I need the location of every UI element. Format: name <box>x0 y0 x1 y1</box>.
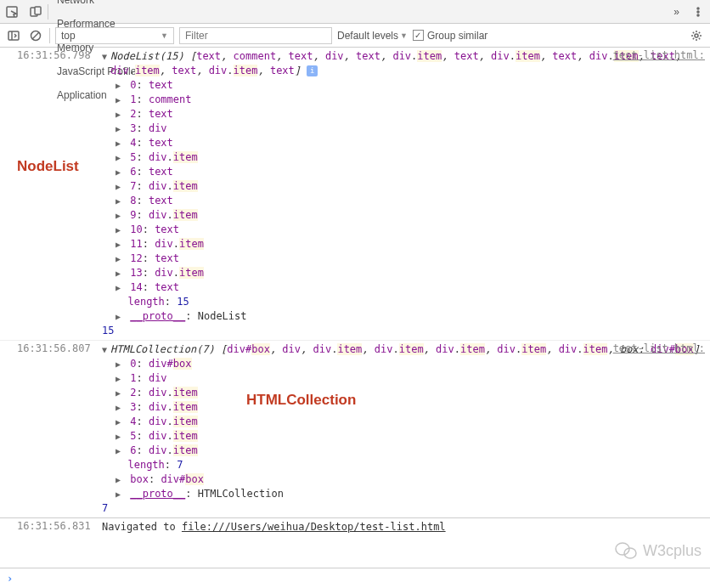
checkbox-icon: ✓ <box>413 30 424 41</box>
context-value: top <box>61 30 76 42</box>
svg-line-9 <box>32 32 39 39</box>
list-item[interactable]: ▶ 14: text <box>116 280 702 295</box>
settings-icon[interactable] <box>688 27 705 44</box>
levels-label: Default levels <box>337 30 398 42</box>
log-levels-dropdown[interactable]: Default levels ▼ <box>337 30 408 42</box>
list-item[interactable]: ▶ 10: text <box>116 223 702 237</box>
devtools-tabs: ElementsConsoleSourcesNetworkPerformance… <box>0 0 710 24</box>
chevron-down-icon: ▼ <box>161 31 168 40</box>
svg-rect-2 <box>35 7 41 14</box>
list-item[interactable]: ▶ 2: div.item <box>116 386 702 400</box>
nav-prefix: Navigated to <box>102 521 182 533</box>
expander-icon[interactable]: ▼ <box>102 49 110 64</box>
device-icon[interactable] <box>24 0 48 24</box>
prompt-chevron-icon: › <box>7 573 13 585</box>
box-property[interactable]: ▶ box: div#box <box>116 472 702 487</box>
sidebar-toggle-icon[interactable] <box>5 27 22 44</box>
chevron-down-icon: ▼ <box>400 31 408 40</box>
proto-property[interactable]: ▶ __proto__: HTMLCollection <box>116 487 702 501</box>
list-item[interactable]: ▶ 2: text <box>116 107 702 122</box>
list-item[interactable]: ▶ 3: div <box>116 122 702 136</box>
length-property[interactable]: length: 7 <box>116 458 702 472</box>
clear-console-icon[interactable] <box>27 27 44 44</box>
svg-rect-6 <box>8 31 19 40</box>
list-item[interactable]: ▶ 7: div.item <box>116 179 702 194</box>
console-output: 16:31:56.798 test-list.html: ▼ NodeList(… <box>0 48 710 568</box>
nav-url[interactable]: file:///Users/weihua/Desktop/test-list.h… <box>182 521 446 533</box>
context-selector[interactable]: top ▼ <box>55 27 174 44</box>
list-item[interactable]: ▶ 5: div.item <box>116 429 702 444</box>
source-link[interactable]: test-list.html: <box>613 342 705 354</box>
expander-icon[interactable]: ▼ <box>102 342 110 357</box>
svg-point-5 <box>697 14 699 16</box>
annotation-nodelist: NodeList <box>17 158 79 175</box>
console-message-navigation: 16:31:56.831 Navigated to file:///Users/… <box>0 517 710 536</box>
divider <box>49 28 50 43</box>
inspect-icon[interactable] <box>0 0 24 24</box>
list-item[interactable]: ▶ 5: div.item <box>116 150 702 165</box>
list-item[interactable]: ▶ 8: text <box>116 194 702 208</box>
list-item[interactable]: ▶ 0: text <box>116 78 702 93</box>
list-item[interactable]: ▶ 6: text <box>116 165 702 179</box>
list-item[interactable]: ▶ 4: text <box>116 136 702 150</box>
console-message-nodelist: 16:31:56.798 test-list.html: ▼ NodeList(… <box>0 48 710 340</box>
list-item[interactable]: ▶ 11: div.item <box>116 237 702 252</box>
trailing-value: 7 <box>102 501 702 516</box>
list-item[interactable]: ▶ 1: comment <box>116 93 702 107</box>
list-item[interactable]: ▶ 1: div <box>116 371 702 386</box>
length-property[interactable]: length: 15 <box>116 295 702 309</box>
list-item[interactable]: ▶ 0: div#box <box>116 357 702 371</box>
svg-point-3 <box>697 8 699 9</box>
group-similar-label: Group similar <box>427 30 487 42</box>
console-message-htmlcollection: 16:31:56.807 test-list.html: ▼ HTMLColle… <box>0 340 710 517</box>
timestamp: 16:31:56.831 <box>17 520 91 532</box>
tab-network[interactable]: Network <box>48 0 148 12</box>
htmlcollection-items: ▶ 0: div#box▶ 1: div▶ 2: div.item▶ 3: di… <box>116 357 702 516</box>
list-item[interactable]: ▶ 12: text <box>116 252 702 266</box>
list-item[interactable]: ▶ 4: div.item <box>116 415 702 429</box>
svg-point-10 <box>695 34 698 37</box>
svg-point-4 <box>697 11 699 13</box>
trailing-value: 15 <box>102 324 702 338</box>
timestamp: 16:31:56.807 <box>17 342 91 354</box>
tabs-overflow-icon[interactable]: » <box>667 6 686 18</box>
console-prompt[interactable]: › <box>0 568 710 588</box>
list-item[interactable]: ▶ 13: div.item <box>116 266 702 280</box>
list-item[interactable]: ▶ 6: div.item <box>116 444 702 458</box>
list-item[interactable]: ▶ 3: div.item <box>116 400 702 415</box>
timestamp: 16:31:56.798 <box>17 49 91 61</box>
nodelist-items: ▶ 0: text▶ 1: comment▶ 2: text▶ 3: div▶ … <box>116 78 702 338</box>
source-link[interactable]: test-list.html: <box>613 49 705 61</box>
filter-input[interactable] <box>179 27 332 44</box>
proto-property[interactable]: ▶ __proto__: NodeList <box>116 309 702 324</box>
list-item[interactable]: ▶ 9: div.item <box>116 208 702 223</box>
group-similar-checkbox[interactable]: ✓ Group similar <box>413 30 487 42</box>
more-icon[interactable] <box>686 0 710 24</box>
